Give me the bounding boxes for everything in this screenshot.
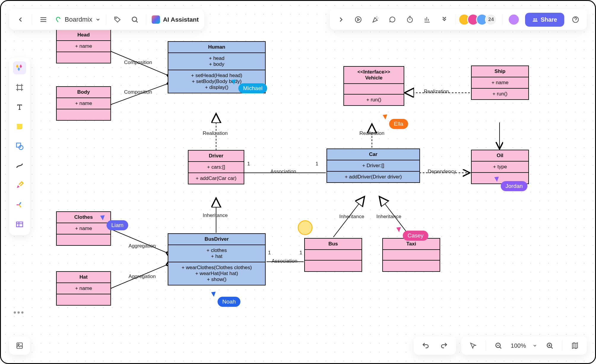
sticky-note-tool[interactable] <box>13 120 26 133</box>
floating-avatar <box>298 220 313 235</box>
cursor-michael: Michael <box>238 83 267 93</box>
rel-label: Inheritance <box>339 214 364 220</box>
multiplicity: 1 <box>268 250 271 256</box>
rel-label: Realization <box>203 130 228 136</box>
rel-label: Realization <box>424 89 449 95</box>
multiplicity: 1 <box>247 161 250 167</box>
multiplicity: 1 <box>299 250 302 256</box>
svg-point-16 <box>356 17 362 23</box>
mindmap-tool[interactable] <box>13 198 26 211</box>
topbar-right: 24 Share <box>330 9 587 30</box>
shape-tool[interactable] <box>13 140 26 153</box>
avatar-count: 24 <box>485 14 497 25</box>
class-attrs: + name <box>57 41 110 52</box>
multiplicity: 1 <box>316 161 318 167</box>
class-title: Head <box>57 30 110 41</box>
svg-point-15 <box>132 17 137 21</box>
rel-label: Association <box>270 169 296 175</box>
back-button[interactable] <box>15 14 26 25</box>
undo-button[interactable] <box>420 340 432 352</box>
board-title-text: Boardmix <box>65 16 92 23</box>
cursor-casey: Casey <box>403 231 428 241</box>
more-apps-button[interactable] <box>438 14 450 25</box>
connector-tool[interactable] <box>13 159 26 172</box>
rel-label: Dependency <box>428 169 456 175</box>
templates-tool[interactable] <box>13 61 26 74</box>
rel-label: Inheritance <box>203 213 228 218</box>
cursor-ella: Ella <box>389 119 408 129</box>
svg-point-25 <box>18 344 19 345</box>
menu-button[interactable] <box>37 14 49 25</box>
class-taxi[interactable]: Taxi <box>382 238 440 272</box>
chevron-down-icon[interactable] <box>532 343 537 348</box>
share-button[interactable]: Share <box>525 13 564 27</box>
table-tool[interactable] <box>13 218 26 231</box>
topbar-left: Boardmix AI Assistant <box>9 9 204 30</box>
user-avatar[interactable] <box>508 14 520 25</box>
zoom-in-button[interactable] <box>544 340 556 352</box>
rel-label: Composition <box>124 89 152 95</box>
svg-point-18 <box>534 18 535 20</box>
class-hat[interactable]: Hat + name <box>56 271 111 306</box>
frame-tool[interactable] <box>13 81 26 94</box>
svg-point-14 <box>115 18 116 19</box>
class-ship[interactable]: Ship + name + run() <box>471 66 529 100</box>
ai-logo-icon <box>152 15 160 24</box>
comment-button[interactable] <box>387 14 399 25</box>
zoom-level[interactable]: 100% <box>511 342 526 349</box>
class-car[interactable]: Car + Driver:[] + addDriver(Driver drive… <box>326 149 420 183</box>
class-busdriver[interactable]: BusDriver + clothes+ hat + wearClothes(C… <box>168 233 266 285</box>
svg-rect-24 <box>17 343 23 349</box>
search-button[interactable] <box>129 14 141 25</box>
expand-button[interactable] <box>335 14 347 25</box>
more-tools[interactable]: ••• <box>13 308 25 317</box>
cursor-noah: Noah <box>218 297 240 307</box>
svg-rect-23 <box>17 222 23 227</box>
class-driver[interactable]: Driver + cars:[] + addCar(Car car) <box>188 150 244 184</box>
bottom-toolbar: 100% <box>414 336 587 355</box>
celebrate-button[interactable] <box>370 14 381 25</box>
class-body[interactable]: Body + name <box>56 86 111 121</box>
left-toolbar <box>9 57 30 235</box>
svg-point-19 <box>535 18 537 20</box>
cursor-liam: Liam <box>107 220 128 230</box>
pen-tool[interactable] <box>13 179 26 192</box>
rel-label: Association <box>272 258 297 264</box>
text-tool[interactable] <box>13 100 26 114</box>
svg-rect-21 <box>17 143 21 147</box>
class-bus[interactable]: Bus <box>304 238 362 272</box>
ai-assistant-button[interactable]: AI Assistant <box>152 15 199 24</box>
minimap-button[interactable] <box>569 340 581 352</box>
selector-tool[interactable] <box>467 340 479 352</box>
rel-label: Realization <box>359 130 384 136</box>
help-button[interactable] <box>570 14 581 25</box>
svg-point-17 <box>408 17 413 22</box>
vote-button[interactable] <box>421 14 433 25</box>
rel-label: Aggregation <box>129 274 156 280</box>
rel-label: Inheritance <box>376 214 401 220</box>
timer-button[interactable] <box>404 14 416 25</box>
class-vehicle[interactable]: <<Interface>>Vehicle + run() <box>343 66 404 106</box>
board-title-dropdown[interactable]: Boardmix <box>55 16 101 23</box>
layers-button[interactable] <box>9 336 30 355</box>
zoom-out-button[interactable] <box>492 340 504 352</box>
cursor-jordan: Jordan <box>501 181 527 191</box>
class-head[interactable]: Head + name <box>56 29 111 63</box>
rel-label: Composition <box>124 60 152 66</box>
redo-button[interactable] <box>438 340 450 352</box>
present-button[interactable] <box>352 14 364 25</box>
collaborator-avatars[interactable]: 24 <box>461 14 497 25</box>
rel-label: Aggregation <box>129 243 156 249</box>
tag-button[interactable] <box>112 14 123 25</box>
